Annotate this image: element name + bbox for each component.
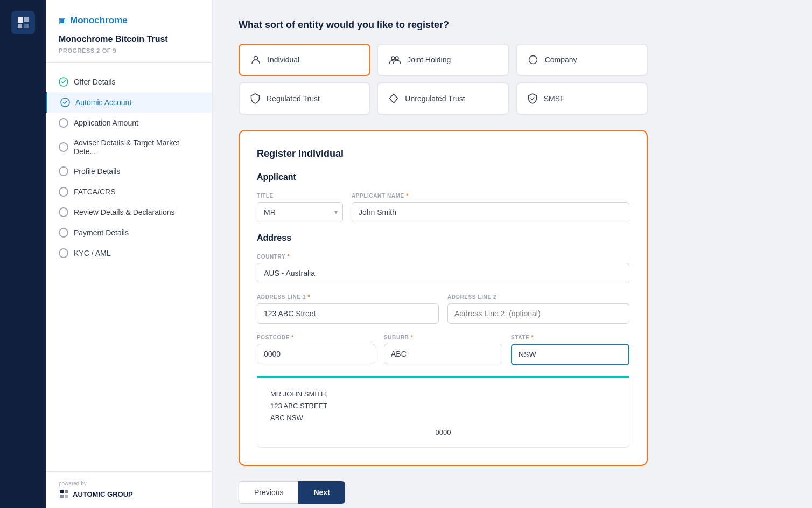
title-select-wrapper: MR MRS MS DR <box>257 202 343 222</box>
country-group: COUNTRY * <box>257 254 629 283</box>
sidebar-item-label: Profile Details <box>74 167 120 176</box>
country-input[interactable] <box>257 263 629 283</box>
postcode-group: POSTCODE * <box>257 335 375 365</box>
circle-icon <box>59 187 68 197</box>
postcode-suburb-state-row: POSTCODE * SUBURB * STATE * <box>257 335 629 365</box>
sidebar <box>0 0 46 508</box>
circle-icon <box>59 118 68 128</box>
circle-icon <box>59 228 68 238</box>
address-line1-input[interactable] <box>257 303 439 324</box>
address-line2-input[interactable] <box>447 303 629 324</box>
powered-by-brand: AUTOMIC GROUP <box>59 489 199 499</box>
entity-card-company[interactable]: Company <box>516 44 648 76</box>
title-group: TITLE MR MRS MS DR <box>257 193 343 222</box>
sidebar-item-label: FATCA/CRS <box>74 187 116 196</box>
state-input[interactable] <box>511 344 629 365</box>
entity-label: SMSF <box>544 94 565 103</box>
address-line1-label: ADDRESS LINE 1 * <box>257 294 439 300</box>
applicant-name-group: APPLICANT NAME * <box>352 193 629 222</box>
shield-check-icon <box>528 93 537 104</box>
entity-type-grid: Individual Joint Holding Company Regulat… <box>239 44 648 115</box>
circle-icon <box>59 248 68 258</box>
next-button[interactable]: Next <box>298 481 345 504</box>
entity-label: Company <box>545 55 577 64</box>
entity-label: Individual <box>268 55 299 64</box>
sidebar-item-offer-details[interactable]: Offer Details <box>46 72 212 92</box>
postcode-input[interactable] <box>257 344 375 364</box>
suburb-input[interactable] <box>384 344 502 364</box>
svg-rect-3 <box>65 490 68 493</box>
state-label: STATE * <box>511 335 629 340</box>
address-preview: MR JOHN SMITH, 123 ABC STREET ABC NSW 00… <box>257 376 629 448</box>
address-section-title: Address <box>257 233 629 243</box>
suburb-label: SUBURB * <box>384 335 502 340</box>
applicant-row: TITLE MR MRS MS DR APPLICANT NAME * <box>257 193 629 222</box>
sidebar-item-label: Application Amount <box>74 119 138 127</box>
address-lines-row: ADDRESS LINE 1 * ADDRESS LINE 2 <box>257 294 629 324</box>
svg-point-9 <box>529 56 537 64</box>
applicant-name-input[interactable] <box>352 202 629 222</box>
sidebar-item-label: Offer Details <box>74 78 116 86</box>
powered-by: powered by AUTOMIC GROUP <box>46 471 212 508</box>
progress-label: PROGRESS 2 OF 9 <box>59 47 199 54</box>
sidebar-item-kyc-aml[interactable]: KYC / AML <box>46 243 212 263</box>
sidebar-item-payment-details[interactable]: Payment Details <box>46 222 212 243</box>
form-title: Register Individual <box>257 148 629 159</box>
brand-name: Monochrome <box>70 15 128 26</box>
applicant-section-title: Applicant <box>257 172 629 182</box>
automic-logo-icon <box>59 489 69 499</box>
nav-list: Offer Details Automic Account Applicatio… <box>46 63 212 471</box>
svg-rect-5 <box>65 495 68 498</box>
svg-rect-4 <box>60 495 64 498</box>
company-icon <box>528 54 538 65</box>
shield-icon <box>250 93 260 104</box>
address-preview-text: MR JOHN SMITH, 123 ABC STREET ABC NSW <box>270 388 616 424</box>
person-icon <box>250 54 261 65</box>
circle-icon <box>59 166 68 176</box>
entity-card-individual[interactable]: Individual <box>239 44 370 76</box>
applicant-name-label: APPLICANT NAME * <box>352 193 629 199</box>
title-select[interactable]: MR MRS MS DR <box>257 202 343 222</box>
sidebar-item-application-amount[interactable]: Application Amount <box>46 113 212 133</box>
address-line2-group: ADDRESS LINE 2 <box>447 294 629 324</box>
brand-icon: ▣ <box>59 16 66 25</box>
sidebar-item-automic-account[interactable]: Automic Account <box>46 92 212 113</box>
previous-button[interactable]: Previous <box>239 481 298 504</box>
diamond-icon <box>389 93 398 104</box>
register-form: Register Individual Applicant TITLE MR M… <box>239 130 648 466</box>
sidebar-logo[interactable] <box>11 11 35 34</box>
sidebar-item-fatca-crs[interactable]: FATCA/CRS <box>46 182 212 202</box>
sidebar-item-label: Review Details & Declarations <box>74 208 175 217</box>
entity-card-smsf[interactable]: SMSF <box>516 82 648 115</box>
check-icon <box>59 77 68 87</box>
address-line1-group: ADDRESS LINE 1 * <box>257 294 439 324</box>
sidebar-item-profile-details[interactable]: Profile Details <box>46 161 212 182</box>
entity-question: What sort of entity would you like to re… <box>239 19 786 31</box>
sidebar-item-label: Payment Details <box>74 228 129 237</box>
postcode-label: POSTCODE * <box>257 335 375 340</box>
circle-icon <box>59 142 68 152</box>
country-row: COUNTRY * <box>257 254 629 283</box>
entity-card-joint-holding[interactable]: Joint Holding <box>377 44 509 76</box>
sidebar-item-label: Automic Account <box>75 98 131 107</box>
address-preview-postcode: 0000 <box>270 428 616 436</box>
left-panel-header: ▣ Monochrome Monochrome Bitcoin Trust PR… <box>46 0 212 63</box>
country-label: COUNTRY * <box>257 254 629 260</box>
powered-by-label: powered by <box>59 481 199 486</box>
sidebar-item-label: Adviser Details & Target Market Dete... <box>74 138 199 156</box>
entity-label: Unregulated Trust <box>405 94 465 103</box>
circle-icon <box>59 207 68 217</box>
sidebar-item-adviser-details[interactable]: Adviser Details & Target Market Dete... <box>46 133 212 161</box>
entity-label: Regulated Trust <box>267 94 320 103</box>
automic-brand-name: AUTOMIC GROUP <box>73 490 133 498</box>
entity-card-regulated-trust[interactable]: Regulated Trust <box>239 82 370 115</box>
main-content: What sort of entity would you like to re… <box>213 0 812 508</box>
left-panel: ▣ Monochrome Monochrome Bitcoin Trust PR… <box>46 0 213 508</box>
form-actions: Previous Next <box>239 481 648 504</box>
svg-point-7 <box>391 57 395 60</box>
sidebar-item-review-details[interactable]: Review Details & Declarations <box>46 202 212 222</box>
address-line2-label: ADDRESS LINE 2 <box>447 294 629 300</box>
product-title: Monochrome Bitcoin Trust <box>59 34 199 44</box>
entity-card-unregulated-trust[interactable]: Unregulated Trust <box>377 82 509 115</box>
svg-rect-2 <box>60 490 64 493</box>
